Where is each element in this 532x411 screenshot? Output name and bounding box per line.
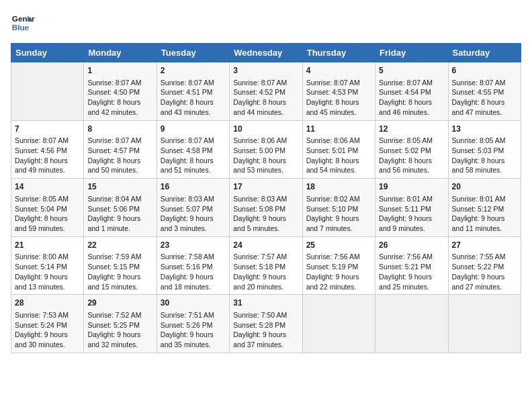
day-number: 26 [379,240,444,251]
day-number: 10 [233,124,298,135]
day-number: 6 [452,65,517,77]
day-info: Sunrise: 8:07 AMSunset: 4:51 PMDaylight:… [161,78,226,118]
weekday-header-friday: Friday [375,44,448,62]
calendar-cell: 1Sunrise: 8:07 AMSunset: 4:50 PMDaylight… [84,62,157,121]
calendar-cell: 13Sunrise: 8:05 AMSunset: 5:03 PMDayligh… [448,120,521,179]
day-info: Sunrise: 8:04 AMSunset: 5:06 PMDaylight:… [87,194,152,234]
calendar-cell: 24Sunrise: 7:57 AMSunset: 5:18 PMDayligh… [230,236,302,295]
calendar-week-3: 14Sunrise: 8:05 AMSunset: 5:04 PMDayligh… [11,179,521,237]
day-number: 31 [233,298,298,309]
day-number: 21 [15,240,80,251]
day-info: Sunrise: 8:01 AMSunset: 5:11 PMDaylight:… [379,194,444,234]
calendar-cell: 28Sunrise: 7:53 AMSunset: 5:24 PMDayligh… [11,295,84,353]
weekday-header-tuesday: Tuesday [157,44,229,62]
calendar-week-5: 28Sunrise: 7:53 AMSunset: 5:24 PMDayligh… [11,295,521,353]
calendar-cell: 9Sunrise: 8:07 AMSunset: 4:58 PMDaylight… [157,120,229,179]
calendar-cell: 7Sunrise: 8:07 AMSunset: 4:56 PMDaylight… [11,120,84,179]
calendar-cell [448,295,521,353]
calendar-week-2: 7Sunrise: 8:07 AMSunset: 4:56 PMDaylight… [11,120,521,179]
calendar-cell: 30Sunrise: 7:51 AMSunset: 5:26 PMDayligh… [157,295,229,353]
calendar-cell: 27Sunrise: 7:55 AMSunset: 5:22 PMDayligh… [448,236,521,295]
day-number: 7 [15,124,80,135]
calendar-cell: 8Sunrise: 8:07 AMSunset: 4:57 PMDaylight… [84,120,157,179]
day-info: Sunrise: 7:50 AMSunset: 5:28 PMDaylight:… [233,310,298,350]
day-info: Sunrise: 8:07 AMSunset: 4:53 PMDaylight:… [306,78,371,118]
day-info: Sunrise: 8:02 AMSunset: 5:10 PMDaylight:… [306,194,371,234]
day-number: 24 [233,240,298,251]
calendar-cell: 4Sunrise: 8:07 AMSunset: 4:53 PMDaylight… [302,62,375,121]
day-number: 17 [233,181,298,193]
calendar-week-4: 21Sunrise: 8:00 AMSunset: 5:14 PMDayligh… [11,236,521,295]
calendar-cell: 3Sunrise: 8:07 AMSunset: 4:52 PMDaylight… [230,62,302,121]
day-info: Sunrise: 8:07 AMSunset: 4:50 PMDaylight:… [87,78,152,118]
day-info: Sunrise: 7:52 AMSunset: 5:25 PMDaylight:… [87,310,152,350]
day-info: Sunrise: 8:00 AMSunset: 5:14 PMDaylight:… [15,252,80,291]
day-info: Sunrise: 8:07 AMSunset: 4:58 PMDaylight:… [161,136,226,175]
page-header: General Blue [11,11,521,35]
calendar-cell [375,295,448,353]
day-number: 25 [306,240,371,251]
day-info: Sunrise: 7:58 AMSunset: 5:16 PMDaylight:… [161,252,226,291]
day-number: 27 [452,240,517,251]
day-info: Sunrise: 7:59 AMSunset: 5:15 PMDaylight:… [87,252,152,291]
calendar-cell: 11Sunrise: 8:06 AMSunset: 5:01 PMDayligh… [302,120,375,179]
calendar-cell: 15Sunrise: 8:04 AMSunset: 5:06 PMDayligh… [84,179,157,237]
day-info: Sunrise: 7:55 AMSunset: 5:22 PMDaylight:… [452,252,517,291]
calendar-cell [11,62,84,121]
day-number: 9 [161,124,226,135]
day-info: Sunrise: 7:53 AMSunset: 5:24 PMDaylight:… [15,310,80,350]
weekday-header-thursday: Thursday [302,44,375,62]
day-number: 28 [15,298,80,309]
day-info: Sunrise: 7:51 AMSunset: 5:26 PMDaylight:… [161,310,226,350]
day-number: 19 [379,181,444,193]
calendar-cell: 12Sunrise: 8:05 AMSunset: 5:02 PMDayligh… [375,120,448,179]
day-number: 14 [15,181,80,193]
day-info: Sunrise: 7:56 AMSunset: 5:19 PMDaylight:… [306,252,371,291]
day-number: 5 [379,65,444,77]
svg-text:General: General [12,14,35,23]
day-info: Sunrise: 8:05 AMSunset: 5:04 PMDaylight:… [15,194,80,234]
day-number: 3 [233,65,298,77]
day-info: Sunrise: 8:01 AMSunset: 5:12 PMDaylight:… [452,194,517,234]
day-number: 4 [306,65,371,77]
svg-text:Blue: Blue [12,23,30,32]
calendar-cell: 14Sunrise: 8:05 AMSunset: 5:04 PMDayligh… [11,179,84,237]
day-number: 22 [87,240,152,251]
calendar-body: 1Sunrise: 8:07 AMSunset: 4:50 PMDaylight… [11,62,521,353]
day-info: Sunrise: 8:05 AMSunset: 5:02 PMDaylight:… [379,136,444,175]
calendar-cell: 23Sunrise: 7:58 AMSunset: 5:16 PMDayligh… [157,236,229,295]
weekday-header-monday: Monday [84,44,157,62]
day-number: 29 [87,298,152,309]
logo-icon: General Blue [11,11,35,35]
calendar-cell: 6Sunrise: 8:07 AMSunset: 4:55 PMDaylight… [448,62,521,121]
day-info: Sunrise: 8:07 AMSunset: 4:57 PMDaylight:… [87,136,152,175]
calendar-cell: 16Sunrise: 8:03 AMSunset: 5:07 PMDayligh… [157,179,229,237]
day-info: Sunrise: 8:03 AMSunset: 5:08 PMDaylight:… [233,194,298,234]
day-number: 2 [161,65,226,77]
calendar-week-1: 1Sunrise: 8:07 AMSunset: 4:50 PMDaylight… [11,62,521,121]
day-info: Sunrise: 7:57 AMSunset: 5:18 PMDaylight:… [233,252,298,291]
day-info: Sunrise: 8:05 AMSunset: 5:03 PMDaylight:… [452,136,517,175]
calendar-cell: 25Sunrise: 7:56 AMSunset: 5:19 PMDayligh… [302,236,375,295]
day-number: 23 [161,240,226,251]
day-number: 8 [87,124,152,135]
day-number: 20 [452,181,517,193]
calendar-cell: 2Sunrise: 8:07 AMSunset: 4:51 PMDaylight… [157,62,229,121]
calendar-cell: 19Sunrise: 8:01 AMSunset: 5:11 PMDayligh… [375,179,448,237]
calendar-cell: 17Sunrise: 8:03 AMSunset: 5:08 PMDayligh… [230,179,302,237]
day-number: 13 [452,124,517,135]
day-info: Sunrise: 7:56 AMSunset: 5:21 PMDaylight:… [379,252,444,291]
calendar-cell [302,295,375,353]
calendar-cell: 18Sunrise: 8:02 AMSunset: 5:10 PMDayligh… [302,179,375,237]
logo: General Blue [11,11,38,35]
day-number: 11 [306,124,371,135]
day-number: 12 [379,124,444,135]
day-info: Sunrise: 8:06 AMSunset: 5:00 PMDaylight:… [233,136,298,175]
calendar-cell: 29Sunrise: 7:52 AMSunset: 5:25 PMDayligh… [84,295,157,353]
day-number: 16 [161,181,226,193]
calendar-cell: 22Sunrise: 7:59 AMSunset: 5:15 PMDayligh… [84,236,157,295]
calendar-cell: 26Sunrise: 7:56 AMSunset: 5:21 PMDayligh… [375,236,448,295]
day-info: Sunrise: 8:06 AMSunset: 5:01 PMDaylight:… [306,136,371,175]
weekday-header-wednesday: Wednesday [230,44,302,62]
day-info: Sunrise: 8:07 AMSunset: 4:54 PMDaylight:… [379,78,444,118]
